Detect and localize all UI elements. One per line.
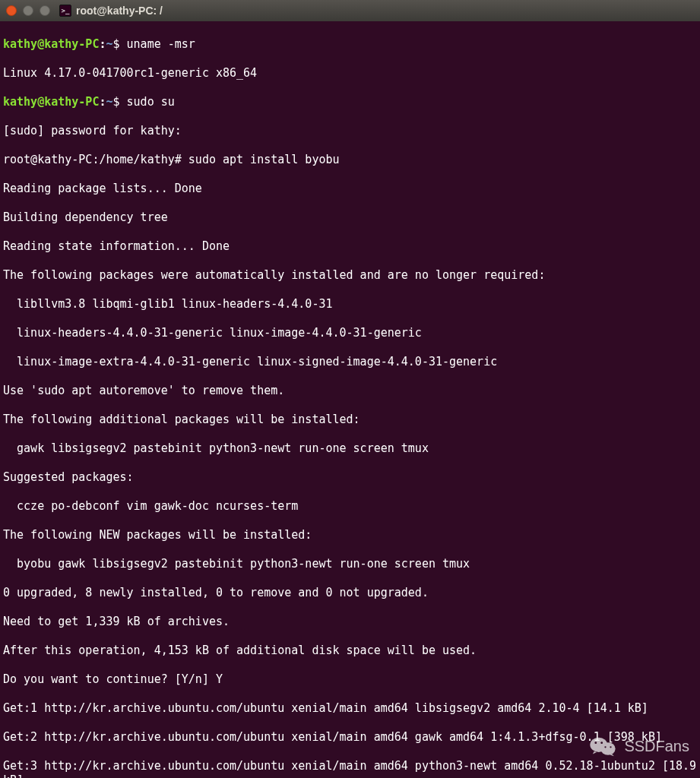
output-line: Use 'sudo apt autoremove' to remove them… [3,384,697,398]
output-line: byobu gawk libsigsegv2 pastebinit python… [3,557,697,571]
output-line: Need to get 1,339 kB of archives. [3,615,697,629]
window-buttons [6,5,50,16]
output-line: linux-image-extra-4.4.0-31-generic linux… [3,355,697,369]
window-titlebar: >_ root@kathy-PC: / [0,0,700,21]
window-title: root@kathy-PC: / [76,4,163,18]
output-line: ccze po-debconf vim gawk-doc ncurses-ter… [3,499,697,514]
output-line: After this operation, 4,153 kB of additi… [3,644,697,658]
output-line: Get:1 http://kr.archive.ubuntu.com/ubunt… [3,701,697,716]
prompt-userhost: kathy@kathy-PC [3,37,99,51]
output-line: Get:3 http://kr.archive.ubuntu.com/ubunt… [3,759,697,778]
prompt-symbol: $ [113,37,120,51]
output-line: The following additional packages will b… [3,413,697,427]
output-line: linux-headers-4.4.0-31-generic linux-ima… [3,326,697,340]
output-line: Reading package lists... Done [3,182,697,196]
output-line: Building dependency tree [3,210,697,225]
command-text: uname -msr [127,37,195,51]
output-line: [sudo] password for kathy: [3,124,697,138]
prompt-userhost: kathy@kathy-PC [3,95,99,109]
output-line: Linux 4.17.0-041700rc1-generic x86_64 [3,66,697,81]
terminal-output[interactable]: kathy@kathy-PC:~$ uname -msr Linux 4.17.… [0,21,700,778]
prompt-symbol: $ [113,95,120,109]
root-prompt-line: root@kathy-PC:/home/kathy# sudo apt inst… [3,153,697,167]
output-line: The following packages were automaticall… [3,268,697,283]
prompt-path: ~ [106,95,112,109]
output-line: The following NEW packages will be insta… [3,528,697,542]
close-window-button[interactable] [6,5,17,16]
command-text: sudo su [127,95,175,109]
output-line: Get:2 http://kr.archive.ubuntu.com/ubunt… [3,730,697,745]
prompt-path: ~ [106,37,112,51]
prompt-line: kathy@kathy-PC:~$ uname -msr [3,37,697,52]
output-line: gawk libsigsegv2 pastebinit python3-newt… [3,441,697,456]
output-line: libllvm3.8 libqmi-glib1 linux-headers-4.… [3,297,697,312]
output-line: Suggested packages: [3,470,697,485]
maximize-window-button[interactable] [40,5,50,16]
prompt-line: kathy@kathy-PC:~$ sudo su [3,95,697,109]
minimize-window-button[interactable] [23,5,33,16]
output-line: 0 upgraded, 8 newly installed, 0 to remo… [3,586,697,600]
terminal-icon: >_ [59,5,71,17]
output-line: Do you want to continue? [Y/n] Y [3,672,697,687]
output-line: Reading state information... Done [3,239,697,254]
